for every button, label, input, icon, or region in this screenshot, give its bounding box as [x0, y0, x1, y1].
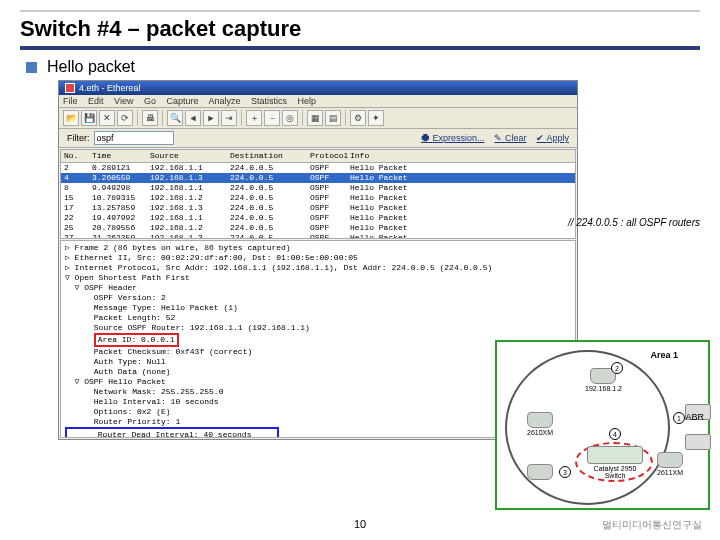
col-source[interactable]: Source: [150, 151, 230, 161]
back-icon[interactable]: ◄: [185, 110, 201, 126]
expression-link[interactable]: 🞧 Expression...: [421, 133, 485, 143]
col-time[interactable]: Time: [92, 151, 150, 161]
bullet-row: Hello packet: [26, 58, 700, 76]
badge-2: 2: [611, 362, 623, 374]
zoom-out-icon[interactable]: －: [264, 110, 280, 126]
window-title: 4.eth - Ethereal: [79, 83, 141, 93]
page-number: 10: [354, 518, 366, 530]
packet-list-header: No. Time Source Destination Protocol Inf…: [61, 150, 575, 163]
area-label: Area 1: [650, 350, 678, 360]
toolbar-filter: Filter: 🞧 Expression... ✎ Clear ✔ Apply: [59, 129, 577, 148]
packet-row[interactable]: 2219.497992192.168.1.1224.0.0.5OSPFHello…: [61, 213, 575, 223]
open-icon[interactable]: 📂: [63, 110, 79, 126]
label-abr: ABR: [685, 412, 704, 422]
menu-go[interactable]: Go: [144, 96, 156, 106]
menu-help[interactable]: Help: [298, 96, 317, 106]
zoom-in-icon[interactable]: ＋: [246, 110, 262, 126]
menu-analyze[interactable]: Analyze: [209, 96, 241, 106]
menu-file[interactable]: File: [63, 96, 78, 106]
router-2611xm: [657, 452, 683, 468]
col-info[interactable]: Info: [350, 151, 572, 161]
label-catalyst: Catalyst 2950 Switch: [585, 465, 645, 479]
topology-diagram: Area 1 2610XM 192.168.1.2 Catalyst 2950 …: [495, 340, 710, 510]
save-icon[interactable]: 💾: [81, 110, 97, 126]
capture-opts-icon[interactable]: ▦: [307, 110, 323, 126]
col-protocol[interactable]: Protocol: [310, 151, 350, 161]
jump-icon[interactable]: ⇥: [221, 110, 237, 126]
packet-row[interactable]: 20.289121192.168.1.1224.0.0.5OSPFHello P…: [61, 163, 575, 173]
zoom-fit-icon[interactable]: ◎: [282, 110, 298, 126]
footer-lab: 멀티미디어통신연구실: [602, 518, 702, 532]
bullet-icon: [26, 62, 37, 73]
slide-title: Switch #4 – packet capture: [20, 10, 700, 50]
window-titlebar[interactable]: 4.eth - Ethereal: [59, 81, 577, 95]
detail-line[interactable]: ▷ Ethernet II, Src: 00:02:29:df:af:00, D…: [65, 253, 571, 263]
packet-list-pane[interactable]: No. Time Source Destination Protocol Inf…: [60, 149, 576, 239]
menu-edit[interactable]: Edit: [88, 96, 104, 106]
reload-icon[interactable]: ⟳: [117, 110, 133, 126]
packet-row[interactable]: 2520.789556192.168.1.2224.0.0.5OSPFHello…: [61, 223, 575, 233]
detail-line[interactable]: OSPF Version: 2: [65, 293, 571, 303]
clear-link[interactable]: ✎ Clear: [494, 133, 526, 143]
col-destination[interactable]: Destination: [230, 151, 310, 161]
app-icon: [65, 83, 75, 93]
detail-line[interactable]: ▽ OSPF Header: [65, 283, 571, 293]
menubar[interactable]: File Edit View Go Capture Analyze Statis…: [59, 95, 577, 108]
find-icon[interactable]: 🔍: [167, 110, 183, 126]
print-icon[interactable]: 🖶: [142, 110, 158, 126]
filter-label: Filter:: [67, 133, 90, 143]
pc-abr-bottom: [685, 434, 711, 450]
router-2610xm: [527, 412, 553, 428]
badge-4: 4: [609, 428, 621, 440]
detail-line[interactable]: ▷ Frame 2 (86 bytes on wire, 86 bytes ca…: [65, 243, 571, 253]
menu-capture[interactable]: Capture: [166, 96, 198, 106]
label-2611xm: 2611XM: [657, 469, 683, 476]
col-no[interactable]: No.: [64, 151, 92, 161]
colorize-icon[interactable]: ▤: [325, 110, 341, 126]
detail-line[interactable]: Source OSPF Router: 192.168.1.1 (192.168…: [65, 323, 571, 333]
menu-statistics[interactable]: Statistics: [251, 96, 287, 106]
detail-line[interactable]: ▷ Internet Protocol, Src Addr: 192.168.1…: [65, 263, 571, 273]
apply-link[interactable]: ✔ Apply: [536, 133, 569, 143]
detail-line[interactable]: Packet Length: 52: [65, 313, 571, 323]
packet-row[interactable]: 1510.789315192.168.1.2224.0.0.5OSPFHello…: [61, 193, 575, 203]
annotation-multicast: // 224.0.0.5 : all OSPF routers: [568, 217, 700, 228]
bullet-text: Hello packet: [47, 58, 135, 76]
close-icon[interactable]: ✕: [99, 110, 115, 126]
router-bottom-left: [527, 464, 553, 480]
filter-input[interactable]: [94, 131, 174, 145]
detail-line[interactable]: Message Type: Hello Packet (1): [65, 303, 571, 313]
badge-3: 3: [559, 466, 571, 478]
prefs-icon[interactable]: ⚙: [350, 110, 366, 126]
label-2610xm: 2610XM: [527, 429, 553, 436]
packet-row[interactable]: 89.949298192.168.1.1224.0.0.5OSPFHello P…: [61, 183, 575, 193]
switch-catalyst: [587, 446, 643, 464]
packet-row[interactable]: 43.260559192.168.1.3224.0.0.5OSPFHello P…: [61, 173, 575, 183]
forward-icon[interactable]: ►: [203, 110, 219, 126]
badge-1: 1: [673, 412, 685, 424]
label-ip-top: 192.168.1.2: [585, 385, 622, 392]
menu-view[interactable]: View: [114, 96, 133, 106]
detail-line[interactable]: ▽ Open Shortest Path First: [65, 273, 571, 283]
packet-row[interactable]: 1713.257859192.168.1.3224.0.0.5OSPFHello…: [61, 203, 575, 213]
help-icon[interactable]: ✦: [368, 110, 384, 126]
packet-row[interactable]: 2721.262359192.168.1.3224.0.0.5OSPFHello…: [61, 233, 575, 239]
toolbar-main: 📂 💾 ✕ ⟳ 🖶 🔍 ◄ ► ⇥ ＋ － ◎ ▦ ▤ ⚙ ✦: [59, 108, 577, 129]
